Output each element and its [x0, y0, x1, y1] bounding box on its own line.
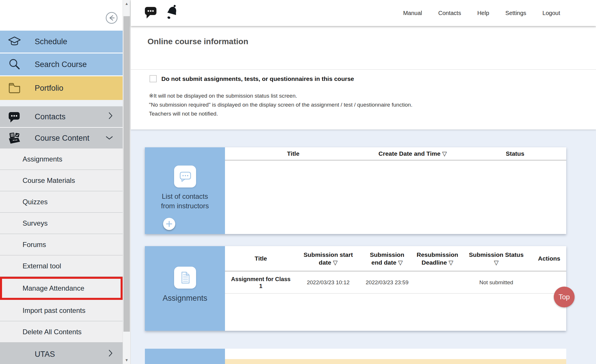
messages-icon[interactable]	[144, 5, 157, 21]
sidebar-header	[0, 0, 123, 31]
sidebar-item-import-past-contents[interactable]: Import past contents	[0, 300, 123, 321]
divider	[131, 69, 596, 70]
chat-bubble-icon	[7, 109, 22, 124]
document-icon	[178, 270, 193, 285]
sidebar-item-contacts[interactable]: Contacts	[0, 106, 123, 127]
sidebar-item-label: Schedule	[35, 37, 67, 46]
chevron-right-icon	[108, 112, 113, 122]
sidebar-item-delete-all-contents[interactable]: Delete All Contents	[0, 321, 123, 343]
assignments-card-panel: Assignments	[145, 246, 225, 331]
note-line: ※It will not be displayed on the submiss…	[149, 91, 412, 100]
contacts-card-panel: List of contacts from instructors	[145, 147, 225, 234]
highlighted-table-row	[225, 359, 566, 364]
sidebar-item-course-materials[interactable]: Course Materials	[0, 170, 123, 191]
column-header-submission-status[interactable]: Submission Status ▽	[460, 251, 532, 266]
topnav-help[interactable]: Help	[477, 10, 489, 16]
sidebar-item-external-tool[interactable]: External tool	[0, 255, 123, 277]
sidebar-item-portfolio[interactable]: Portfolio	[0, 76, 123, 100]
note-line: "No submission required" is displayed on…	[149, 100, 412, 109]
course-info-panel: Online course information Do not submit …	[131, 26, 596, 129]
do-not-submit-label: Do not submit assignments, tests, or que…	[161, 75, 354, 82]
contacts-card: List of contacts from instructors Title …	[145, 147, 566, 234]
sidebar-item-label: Portfolio	[35, 84, 63, 93]
scroll-up-arrow-icon[interactable]: ▲	[123, 0, 130, 8]
chat-bubble-outline-icon	[178, 169, 193, 184]
app-screen: Schedule Search Course Portfolio	[0, 0, 596, 364]
sidebar-collapse-button[interactable]	[106, 12, 118, 24]
third-card	[145, 349, 566, 364]
scroll-down-arrow-icon[interactable]: ▼	[123, 356, 130, 364]
column-header-status[interactable]: Status	[464, 150, 566, 157]
third-card-panel	[145, 349, 225, 364]
assignments-table: Title Submission start date ▽ Submission…	[225, 246, 566, 331]
assignments-panel-title: Assignments	[163, 294, 207, 303]
column-header-submission-start[interactable]: Submission start date ▽	[297, 251, 360, 266]
course-content-icon	[7, 131, 22, 145]
contacts-table: Title Create Date and Time ▽ Status	[225, 147, 566, 234]
chevron-right-icon	[108, 349, 113, 359]
folder-icon	[7, 81, 22, 95]
sidebar-item-utas[interactable]: UTAS	[0, 343, 123, 364]
note-line: Teachers will not be notified.	[149, 109, 412, 118]
assignments-tile	[174, 267, 196, 289]
sidebar-item-surveys[interactable]: Surveys	[0, 213, 123, 234]
scroll-to-top-button[interactable]: Top	[554, 287, 575, 307]
table-row: Assignment for Class 1 2022/03/23 10:12 …	[225, 272, 566, 294]
sidebar-item-search-course[interactable]: Search Course	[0, 53, 123, 75]
scrollbar-thumb[interactable]	[123, 16, 130, 332]
column-header-actions[interactable]: Actions	[532, 255, 566, 262]
sidebar-section-gap	[0, 100, 123, 106]
do-not-submit-checkbox[interactable]	[150, 75, 157, 82]
notifications-bell-icon[interactable]	[165, 4, 179, 22]
contacts-tile	[174, 166, 196, 187]
topnav-settings[interactable]: Settings	[505, 10, 526, 16]
assignment-title[interactable]: Assignment for Class 1	[225, 276, 297, 289]
search-icon	[7, 57, 22, 72]
topnav: Manual Contacts Help Settings Logout	[403, 0, 560, 26]
optout-row: Do not submit assignments, tests, or que…	[150, 75, 354, 82]
third-card-table	[225, 349, 566, 364]
optout-notes: ※It will not be displayed on the submiss…	[149, 91, 412, 118]
topbar-icons	[144, 4, 179, 22]
assignment-submission-status: Not submitted	[460, 279, 532, 286]
sidebar-item-assignments[interactable]: Assignments	[0, 148, 123, 170]
sidebar-scrollbar[interactable]: ▲ ▼	[123, 0, 131, 364]
plus-icon	[165, 220, 173, 228]
topnav-logout[interactable]: Logout	[543, 10, 560, 16]
contacts-panel-title: List of contacts from instructors	[161, 192, 209, 211]
assignments-table-header: Title Submission start date ▽ Submission…	[225, 246, 566, 272]
column-header-resubmission-deadline[interactable]: Resubmission Deadline ▽	[414, 251, 460, 266]
sidebar-item-schedule[interactable]: Schedule	[0, 31, 123, 53]
sidebar: Schedule Search Course Portfolio	[0, 0, 123, 364]
topnav-manual[interactable]: Manual	[403, 10, 422, 16]
sidebar-item-quizzes[interactable]: Quizzes	[0, 191, 123, 213]
column-header-submission-end[interactable]: Submission end date ▽	[360, 251, 414, 266]
sidebar-item-label: Contacts	[35, 112, 66, 121]
sidebar-item-forums[interactable]: Forums	[0, 234, 123, 255]
add-contact-button[interactable]	[163, 218, 175, 230]
sidebar-item-course-content[interactable]: Course Content	[0, 128, 123, 148]
sidebar-item-label: Search Course	[35, 60, 87, 69]
assignments-card: Assignments Title Submission start date …	[145, 246, 566, 331]
chevron-down-icon	[105, 134, 113, 143]
assignment-end-date: 2022/03/23 23:59	[360, 279, 414, 286]
page-title: Online course information	[147, 37, 248, 46]
column-header-create-date[interactable]: Create Date and Time ▽	[361, 150, 464, 157]
graduation-cap-icon	[7, 34, 22, 49]
column-header-title[interactable]: Title	[225, 255, 297, 262]
sidebar-item-manage-attendance[interactable]: Manage Attendance	[0, 277, 123, 300]
topnav-contacts[interactable]: Contacts	[438, 10, 461, 16]
assignment-start-date: 2022/03/23 10:12	[297, 279, 360, 286]
contacts-table-header: Title Create Date and Time ▽ Status	[225, 147, 566, 161]
sidebar-item-label: Course Content	[35, 134, 89, 143]
back-arrow-icon	[106, 12, 118, 24]
topbar: Manual Contacts Help Settings Logout	[131, 0, 596, 26]
column-header-title[interactable]: Title	[225, 150, 361, 157]
main-area: Manual Contacts Help Settings Logout Onl…	[131, 0, 596, 364]
